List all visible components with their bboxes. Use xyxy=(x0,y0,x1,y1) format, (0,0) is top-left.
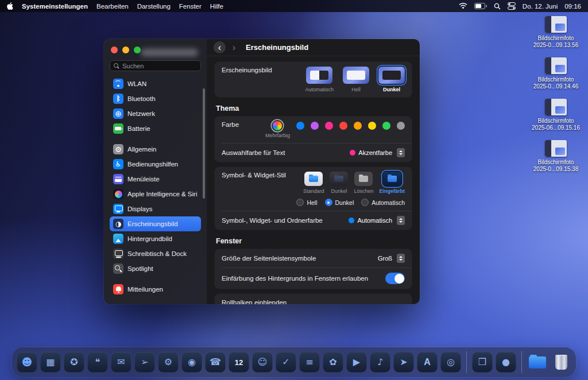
sidebar-item-allgemein[interactable]: Allgemein xyxy=(110,142,201,157)
desktop-icon-screenshot[interactable]: Bildschirmfoto2025-0...09.13.56 xyxy=(528,16,583,49)
folder-icon xyxy=(330,172,348,186)
color-swatch[interactable] xyxy=(339,122,347,130)
desktopdock-icon xyxy=(113,249,123,259)
dock-item-mail[interactable]: ✉ xyxy=(111,352,131,373)
color-swatch[interactable] xyxy=(311,122,319,130)
appearance-option-auto[interactable]: Automatisch xyxy=(305,67,334,92)
dock-item-app-store[interactable]: A xyxy=(417,352,438,373)
dock-item-maps[interactable]: ➢ xyxy=(134,352,155,373)
dock-item-ball-app[interactable]: ● xyxy=(496,352,516,373)
dock-item-music[interactable]: ♪ xyxy=(370,352,390,373)
zoom-button[interactable] xyxy=(134,46,141,53)
icon-style-tile-label: Eingefärbt xyxy=(379,188,405,194)
sidebar-item-label: Spotlight xyxy=(127,265,153,272)
sidebar-item-bluetooth[interactable]: Bluetooth xyxy=(110,91,201,106)
app-menu-title[interactable]: Systemeinstellungen xyxy=(22,3,88,10)
window-tint-toggle[interactable] xyxy=(385,273,405,284)
desktop-icon-screenshot[interactable]: Bildschirmfoto2025-0...09.15.38 xyxy=(528,140,583,173)
dock-item-preview[interactable]: ◎ xyxy=(440,352,461,373)
gear-icon xyxy=(113,144,123,154)
dock-item-facetime[interactable]: ◉ xyxy=(181,352,202,373)
farbe-label: Farbe xyxy=(222,121,239,128)
color-swatch[interactable] xyxy=(382,122,390,130)
color-swatch[interactable] xyxy=(354,122,362,130)
color-swatches: Mehrfarbig xyxy=(265,121,405,138)
dock-item-safari[interactable]: ✪ xyxy=(64,352,84,373)
sidebar-item-displays[interactable]: Displays xyxy=(110,201,201,216)
dock-item-phone[interactable]: ☎ xyxy=(205,352,226,373)
menu-bar-time[interactable]: 09:16 xyxy=(564,3,581,10)
icon-style-tile-dunkel[interactable]: Dunkel xyxy=(330,172,348,194)
text-highlight-dropdown[interactable]: Akzentfarbe xyxy=(350,148,405,157)
dock-item-notes[interactable]: ≡ xyxy=(299,352,320,373)
dock-item-messages[interactable]: ❝ xyxy=(87,352,108,373)
sidebar-item-spotlight[interactable]: Spotlight xyxy=(110,261,201,276)
forward-button[interactable]: › xyxy=(228,41,240,53)
appearance-option-light[interactable]: Hell xyxy=(343,67,369,92)
search-menu-icon[interactable] xyxy=(494,3,501,10)
sidebar-item-erscheinungsbild[interactable]: Erscheinungsbild xyxy=(110,216,201,231)
menu-bearbeiten[interactable]: Bearbeiten xyxy=(96,3,129,10)
icon-style-tile-eingefaerbt[interactable]: Eingefärbt xyxy=(379,172,405,194)
control-center-icon[interactable] xyxy=(508,2,516,10)
dock-item-trash[interactable] xyxy=(551,352,571,373)
sidebar-list: WLANBluetoothNetzwerkBatterieAllgemeinBe… xyxy=(104,76,207,297)
dock-item-photos[interactable]: ✿ xyxy=(323,352,343,373)
sidebar-item-batterie[interactable]: Batterie xyxy=(110,121,201,136)
appearance-option-label: Automatisch xyxy=(305,87,334,92)
icon-style-mode-radio-option[interactable]: Hell xyxy=(296,199,317,206)
dock-item-finder[interactable]: ☻ xyxy=(17,352,37,373)
apple-menu-icon[interactable] xyxy=(7,2,13,10)
icon-style-tile-standard[interactable]: Standard xyxy=(303,172,324,194)
dock-item-downloads[interactable] xyxy=(527,352,548,373)
sidebar-item-mitteilungen[interactable]: Mitteilungen xyxy=(110,282,201,297)
desktop-icon-screenshot[interactable]: Bildschirmfoto2025-0...09.14.46 xyxy=(528,57,583,90)
dock-item-launchpad[interactable]: ▦ xyxy=(40,352,61,373)
dock-item-calendar[interactable]: 12 xyxy=(229,352,249,373)
menu-bar-date[interactable]: Do. 12. Juni xyxy=(523,3,558,10)
sidebar-item-wlan[interactable]: WLAN xyxy=(110,76,201,91)
wifi-status-icon[interactable] xyxy=(459,3,467,9)
color-swatch[interactable] xyxy=(397,122,405,130)
icon-style-tile-loeschen[interactable]: Löschen xyxy=(354,172,373,194)
sidebar-search-field[interactable]: Suchen xyxy=(110,60,201,71)
battery-status-icon[interactable] xyxy=(474,3,487,9)
dock-item-launcher[interactable]: ➤ xyxy=(393,352,414,373)
menu-fenster[interactable]: Fenster xyxy=(179,3,202,10)
menu-hilfe[interactable]: Hilfe xyxy=(210,3,223,10)
dock-item-contacts[interactable]: ☺ xyxy=(252,352,273,373)
sidebar-item-menueleiste[interactable]: Menüleiste xyxy=(110,172,201,187)
sidebar-item-apple-intelligence-siri[interactable]: Apple Intelligence & Siri xyxy=(110,187,201,201)
sidebar-icon-size-dropdown[interactable]: Groß xyxy=(378,254,405,263)
contacts-icon: ☺ xyxy=(258,358,268,367)
sidebar-icon-size-value: Groß xyxy=(378,255,392,262)
globe-icon xyxy=(113,108,123,119)
icon-color-dropdown[interactable]: Automatisch xyxy=(349,216,405,225)
appearance-option-dark[interactable]: Dunkel xyxy=(378,67,405,92)
dock-item-window-app[interactable]: ❒ xyxy=(472,352,493,373)
content-header: ‹ › Erscheinungsbild xyxy=(207,39,420,56)
color-swatch[interactable] xyxy=(368,122,376,130)
appearance-thumbnail xyxy=(343,67,369,84)
dock-item-tv[interactable]: ▶ xyxy=(346,352,367,373)
appearance-row-label: Erscheinungsbild xyxy=(222,67,272,73)
color-swatch[interactable] xyxy=(325,122,333,130)
desktop-icon-screenshot[interactable]: Bildschirmfoto2025-06...09.15.16 xyxy=(528,99,583,131)
icon-style-mode-radio-option[interactable]: Automatisch xyxy=(361,199,405,206)
sidebar-item-bedienungshilfen[interactable]: Bedienungshilfen xyxy=(110,157,201,172)
dock-item-settings[interactable]: ⚙ xyxy=(158,352,179,373)
icon-style-mode-radio-option[interactable]: Dunkel xyxy=(325,199,354,206)
color-swatch[interactable] xyxy=(296,122,304,130)
battery-icon xyxy=(113,123,123,134)
sidebar-item-hintergrundbild[interactable]: Hintergrundbild xyxy=(110,231,201,246)
multicolor-swatch[interactable] xyxy=(273,121,282,130)
close-button[interactable] xyxy=(111,46,118,53)
dock-item-reminders[interactable]: ✓ xyxy=(276,352,296,373)
menu-darstellung[interactable]: Darstellung xyxy=(137,3,171,10)
sidebar-scrollbar[interactable] xyxy=(203,88,205,199)
sidebar-item-netzwerk[interactable]: Netzwerk xyxy=(110,106,201,121)
sidebar-item-schreibtisch-dock[interactable]: Schreibtisch & Dock xyxy=(110,246,201,261)
multicolor-label: Mehrfarbig xyxy=(265,133,290,138)
back-button[interactable]: ‹ xyxy=(214,41,226,53)
minimize-button[interactable] xyxy=(122,46,129,53)
